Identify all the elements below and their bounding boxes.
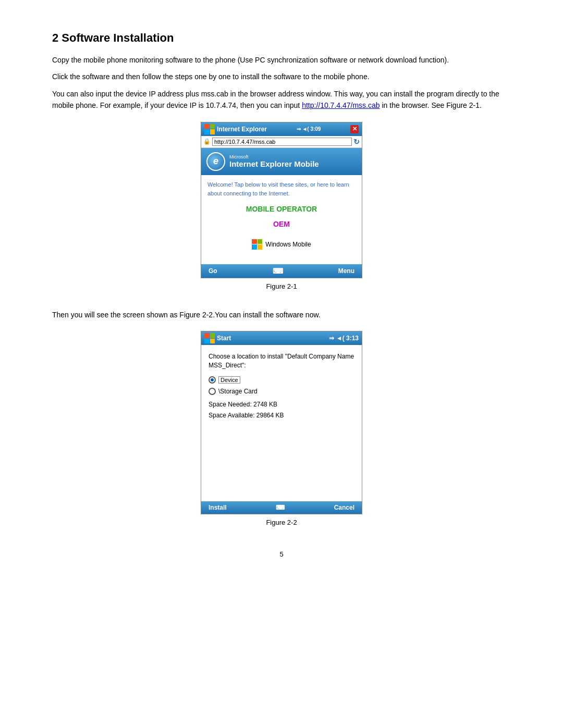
mss-cab-link[interactable]: http://10.7.4.47/mss.cab xyxy=(302,101,380,109)
space-available-label: Space Available: 29864 KB xyxy=(209,410,354,422)
paragraph-3: You can also input the device IP address… xyxy=(52,88,511,112)
storage-card-option-label: \Storage Card xyxy=(218,388,258,395)
ie-keyboard-icon[interactable]: ⌨ xyxy=(273,267,283,275)
device-radio-button[interactable] xyxy=(209,376,216,384)
start-label: Start xyxy=(217,335,231,342)
start-titlebar: Start ⇒ ◄( 3:13 xyxy=(201,331,362,345)
ie-logo-text: Microsoft Internet Explorer Mobile xyxy=(229,154,319,168)
storage-card-radio-button[interactable] xyxy=(209,388,216,395)
ie-bottom-bar: Go ⌨ Menu xyxy=(201,264,362,278)
ie-status-text: ⇒ ◄( 3:09 xyxy=(297,126,321,132)
install-keyboard-icon[interactable]: ⌨ xyxy=(276,504,285,511)
windows-mobile-logo-icon xyxy=(252,239,262,250)
ie-address-input[interactable] xyxy=(212,138,352,146)
paragraph-3-end: in the browser. See Figure 2-1. xyxy=(380,101,482,109)
windows-logo-icon xyxy=(204,124,215,134)
install-prompt-text: Choose a location to install "Default Co… xyxy=(209,352,354,370)
ie-address-bar: 🔒 ↻ xyxy=(201,136,362,148)
section-title: 2 Software Installation xyxy=(52,31,511,45)
ie-oem-label: OEM xyxy=(207,219,356,230)
ie-title-text: Internet Explorer xyxy=(217,126,267,133)
start-title-left: Start xyxy=(204,333,231,343)
space-needed-label: Space Needed: 2748 KB xyxy=(209,399,354,411)
paragraph-4: Then you will see the screen shown as Fi… xyxy=(52,309,511,320)
device-option-label: Device xyxy=(218,376,240,384)
storage-card-radio-option[interactable]: \Storage Card xyxy=(209,388,354,395)
ie-welcome-text: Welcome! Tap below to visit these sites,… xyxy=(207,180,356,199)
start-status-icons: ⇒ ◄( 3:13 xyxy=(329,335,359,342)
start-windows-logo-icon xyxy=(204,333,215,343)
ie-mobile-label: Internet Explorer Mobile xyxy=(229,159,319,168)
paragraph-2: Click the software and then follow the s… xyxy=(52,71,511,82)
device-radio-option[interactable]: Device xyxy=(209,376,354,384)
cancel-button[interactable]: Cancel xyxy=(334,504,354,511)
ie-mobile-operator: MOBILE OPERATOR xyxy=(207,204,356,215)
space-info-area: Space Needed: 2748 KB Space Available: 2… xyxy=(209,399,354,422)
lock-icon: 🔒 xyxy=(203,138,211,145)
ie-titlebar: Internet Explorer ⇒ ◄( 3:09 ✕ xyxy=(201,122,362,136)
install-content-area: Choose a location to install "Default Co… xyxy=(201,345,362,501)
start-status-text: ⇒ ◄( 3:13 xyxy=(329,335,359,342)
ie-logo-icon: e xyxy=(206,152,225,171)
ie-close-button[interactable]: ✕ xyxy=(350,125,359,133)
ie-windows-mobile: Windows Mobile xyxy=(207,234,356,255)
ie-logo-bar: e Microsoft Internet Explorer Mobile xyxy=(201,148,362,175)
figure-2-1-screen: Internet Explorer ⇒ ◄( 3:09 ✕ 🔒 ↻ e Micr… xyxy=(201,122,362,278)
ie-go-button[interactable]: Go xyxy=(209,267,217,275)
page-number: 5 xyxy=(52,550,511,558)
ie-go-arrow-icon[interactable]: ↻ xyxy=(353,138,360,146)
win-mobile-label: Windows Mobile xyxy=(265,240,311,249)
microsoft-label: Microsoft xyxy=(229,154,319,159)
ie-status-icons: ⇒ ◄( 3:09 xyxy=(297,126,321,132)
figure-2-1-caption: Figure 2-1 xyxy=(266,282,297,290)
figure-2-1-container: Internet Explorer ⇒ ◄( 3:09 ✕ 🔒 ↻ e Micr… xyxy=(52,122,511,299)
install-bottom-bar: Install ⌨ Cancel xyxy=(201,501,362,514)
figure-2-2-caption: Figure 2-2 xyxy=(266,519,297,526)
figure-2-2-container: Start ⇒ ◄( 3:13 Choose a location to ins… xyxy=(52,331,511,535)
install-button[interactable]: Install xyxy=(209,504,227,511)
paragraph-1: Copy the mobile phone monitoring softwar… xyxy=(52,54,511,66)
ie-content-area: Welcome! Tap below to visit these sites,… xyxy=(201,175,362,264)
ie-menu-button[interactable]: Menu xyxy=(338,267,354,275)
ie-title-left: Internet Explorer xyxy=(204,124,267,134)
figure-2-2-screen: Start ⇒ ◄( 3:13 Choose a location to ins… xyxy=(201,331,362,514)
